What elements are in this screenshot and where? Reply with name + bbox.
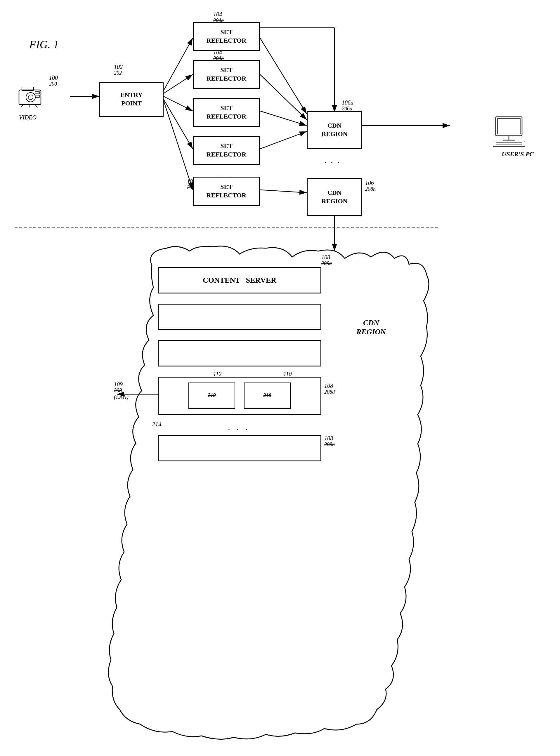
ref-110: 110 (283, 371, 292, 377)
ref-108d: 108 208d (324, 383, 335, 395)
ref-104b: 104 204b (213, 49, 224, 62)
set-reflector-c-box: SETREFLECTOR (193, 98, 260, 127)
svg-line-6 (164, 99, 193, 149)
svg-line-8 (260, 38, 307, 114)
ref-100: 100 200 (49, 75, 58, 87)
svg-line-9 (260, 75, 307, 120)
set-reflector-n-box: SETREFLECTOR (193, 177, 260, 206)
svg-line-5 (164, 96, 193, 111)
diagram-container: FIG. 1 VIDEO 100 200 ENTRYPOINT 1 (0, 0, 560, 756)
ref-108a: 108 208a (321, 254, 332, 267)
svg-point-19 (26, 93, 35, 102)
svg-line-11 (260, 131, 307, 149)
cdn-region-cloud-label: CDNREGION (356, 318, 386, 336)
users-pc-label: USER'S PC (502, 150, 534, 158)
svg-line-10 (260, 111, 307, 126)
ref-112: 112 (213, 371, 222, 377)
inner-box-112: 210 (244, 383, 291, 409)
svg-rect-31 (493, 141, 525, 146)
cdn-region-n-box: CDNREGION (307, 178, 362, 216)
set-reflector-b-box: SETREFLECTOR (193, 60, 260, 89)
ref-106n: 106 208n (365, 180, 376, 192)
svg-line-3 (164, 38, 193, 90)
ref-214: 214 (152, 421, 162, 428)
set-reflector-d-box: SETREFLECTOR (193, 136, 260, 165)
svg-rect-27 (496, 117, 522, 136)
ref-104a: 104 204a (213, 11, 224, 24)
svg-line-4 (164, 75, 193, 94)
dots-servers: · · · (228, 425, 250, 435)
svg-line-7 (164, 101, 193, 190)
content-server-box: CONTENT SERVER (158, 267, 321, 293)
video-camera-icon (16, 81, 54, 110)
ref-108n: 108 208n (324, 435, 335, 448)
ref-109: 109 208 (LAN) (114, 381, 128, 400)
users-pc-icon (493, 114, 531, 149)
cloud-server-box-3 (158, 340, 321, 366)
cdn-region-1-box: CDNREGION (307, 111, 362, 149)
entry-point-box: ENTRYPOINT (99, 82, 164, 117)
cloud-server-box-4: 210 210 (158, 377, 321, 415)
svg-rect-28 (498, 119, 520, 134)
ref-106a: 106a 206a (342, 99, 354, 112)
cloud-server-box-2 (158, 304, 321, 330)
cloud-server-box-n (158, 435, 321, 462)
ref-102: 102 202 (114, 64, 123, 76)
figure-title: FIG. 1 (29, 38, 59, 51)
video-label: VIDEO (19, 114, 37, 121)
svg-line-12 (260, 190, 307, 193)
svg-rect-23 (35, 95, 39, 98)
svg-line-26 (35, 104, 38, 107)
svg-rect-22 (35, 91, 39, 94)
svg-line-24 (20, 104, 23, 107)
svg-rect-18 (19, 90, 41, 104)
svg-point-20 (28, 95, 33, 100)
dots-cdn: · · · (324, 158, 340, 168)
set-reflector-a-box: SETREFLECTOR (193, 22, 260, 51)
inner-box-110: 210 (188, 383, 235, 409)
